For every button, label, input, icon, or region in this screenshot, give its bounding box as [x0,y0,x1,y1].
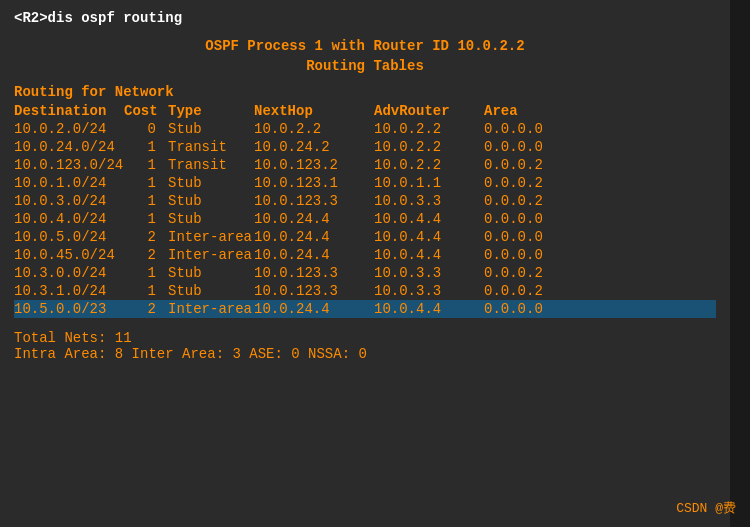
right-panel [730,0,750,527]
cell-nexthop-0: 10.0.2.2 [254,121,374,137]
table-row: 10.0.2.0/24 0 Stub 10.0.2.2 10.0.2.2 0.0… [14,120,716,138]
cell-cost-2: 1 [124,157,164,173]
cell-advrouter-2: 10.0.2.2 [374,157,484,173]
ospf-title-line1: OSPF Process 1 with Router ID 10.0.2.2 [14,38,716,54]
cell-nexthop-6: 10.0.24.4 [254,229,374,245]
cell-nexthop-2: 10.0.123.2 [254,157,374,173]
table-row: 10.3.1.0/24 1 Stub 10.0.123.3 10.0.3.3 0… [14,282,716,300]
cell-cost-4: 1 [124,193,164,209]
cell-type-10: Inter-area [164,301,254,317]
cell-dest-2: 10.0.123.0/24 [14,157,124,173]
col-header-nexthop: NextHop [254,103,374,119]
col-header-dest: Destination [14,103,124,119]
cell-dest-8: 10.3.0.0/24 [14,265,124,281]
section-network-header: Routing for Network [14,84,716,100]
cell-advrouter-9: 10.0.3.3 [374,283,484,299]
cell-dest-9: 10.3.1.0/24 [14,283,124,299]
cell-advrouter-0: 10.0.2.2 [374,121,484,137]
table-row: 10.0.4.0/24 1 Stub 10.0.24.4 10.0.4.4 0.… [14,210,716,228]
cell-type-7: Inter-area [164,247,254,263]
total-nets: Total Nets: 11 [14,330,716,346]
cell-dest-10: 10.5.0.0/23 [14,301,124,317]
cell-advrouter-4: 10.0.3.3 [374,193,484,209]
table-row: 10.0.5.0/24 2 Inter-area 10.0.24.4 10.0.… [14,228,716,246]
cell-area-4: 0.0.0.2 [484,193,564,209]
cell-nexthop-1: 10.0.24.2 [254,139,374,155]
cell-type-1: Transit [164,139,254,155]
cell-type-6: Inter-area [164,229,254,245]
cell-type-5: Stub [164,211,254,227]
csdn-watermark: CSDN @费 [676,499,736,517]
cell-dest-7: 10.0.45.0/24 [14,247,124,263]
cell-advrouter-1: 10.0.2.2 [374,139,484,155]
cell-type-3: Stub [164,175,254,191]
cell-nexthop-5: 10.0.24.4 [254,211,374,227]
table-row: 10.5.0.0/23 2 Inter-area 10.0.24.4 10.0.… [14,300,716,318]
cell-dest-0: 10.0.2.0/24 [14,121,124,137]
cell-area-0: 0.0.0.0 [484,121,564,137]
cell-type-9: Stub [164,283,254,299]
cell-cost-5: 1 [124,211,164,227]
cell-area-8: 0.0.0.2 [484,265,564,281]
cell-dest-3: 10.0.1.0/24 [14,175,124,191]
cell-dest-5: 10.0.4.0/24 [14,211,124,227]
cell-cost-1: 1 [124,139,164,155]
cell-nexthop-7: 10.0.24.4 [254,247,374,263]
footer: Total Nets: 11 Intra Area: 8 Inter Area:… [14,330,716,362]
cell-type-4: Stub [164,193,254,209]
cell-area-1: 0.0.0.0 [484,139,564,155]
cell-advrouter-3: 10.0.1.1 [374,175,484,191]
cell-advrouter-7: 10.0.4.4 [374,247,484,263]
cell-nexthop-3: 10.0.123.1 [254,175,374,191]
cell-nexthop-10: 10.0.24.4 [254,301,374,317]
cell-advrouter-6: 10.0.4.4 [374,229,484,245]
table-row: 10.0.1.0/24 1 Stub 10.0.123.1 10.0.1.1 0… [14,174,716,192]
col-header-area: Area [484,103,564,119]
cell-area-10: 0.0.0.0 [484,301,564,317]
command-line: <R2>dis ospf routing [14,10,716,26]
cell-cost-0: 0 [124,121,164,137]
cell-dest-6: 10.0.5.0/24 [14,229,124,245]
cell-area-2: 0.0.0.2 [484,157,564,173]
cell-area-3: 0.0.0.2 [484,175,564,191]
table-header: Destination Cost Type NextHop AdvRouter … [14,102,716,120]
cell-area-9: 0.0.0.2 [484,283,564,299]
col-header-advrouter: AdvRouter [374,103,484,119]
cell-area-7: 0.0.0.0 [484,247,564,263]
cell-nexthop-9: 10.0.123.3 [254,283,374,299]
table-row: 10.0.123.0/24 1 Transit 10.0.123.2 10.0.… [14,156,716,174]
terminal-window: <R2>dis ospf routing OSPF Process 1 with… [0,0,730,372]
cell-dest-1: 10.0.24.0/24 [14,139,124,155]
cell-advrouter-10: 10.0.4.4 [374,301,484,317]
cell-cost-6: 2 [124,229,164,245]
cell-type-0: Stub [164,121,254,137]
area-summary: Intra Area: 8 Inter Area: 3 ASE: 0 NSSA:… [14,346,716,362]
col-header-type: Type [164,103,254,119]
table-row: 10.0.45.0/24 2 Inter-area 10.0.24.4 10.0… [14,246,716,264]
cell-cost-7: 2 [124,247,164,263]
col-header-cost: Cost [124,103,164,119]
table-row: 10.3.0.0/24 1 Stub 10.0.123.3 10.0.3.3 0… [14,264,716,282]
routing-table: Destination Cost Type NextHop AdvRouter … [14,102,716,318]
cell-dest-4: 10.0.3.0/24 [14,193,124,209]
cell-advrouter-8: 10.0.3.3 [374,265,484,281]
cell-nexthop-8: 10.0.123.3 [254,265,374,281]
cell-area-6: 0.0.0.0 [484,229,564,245]
cell-type-8: Stub [164,265,254,281]
cell-cost-10: 2 [124,301,164,317]
table-row: 10.0.3.0/24 1 Stub 10.0.123.3 10.0.3.3 0… [14,192,716,210]
table-row: 10.0.24.0/24 1 Transit 10.0.24.2 10.0.2.… [14,138,716,156]
cell-area-5: 0.0.0.0 [484,211,564,227]
cell-advrouter-5: 10.0.4.4 [374,211,484,227]
cell-nexthop-4: 10.0.123.3 [254,193,374,209]
cell-cost-3: 1 [124,175,164,191]
cell-cost-8: 1 [124,265,164,281]
cell-cost-9: 1 [124,283,164,299]
ospf-title-line2: Routing Tables [14,58,716,74]
cell-type-2: Transit [164,157,254,173]
